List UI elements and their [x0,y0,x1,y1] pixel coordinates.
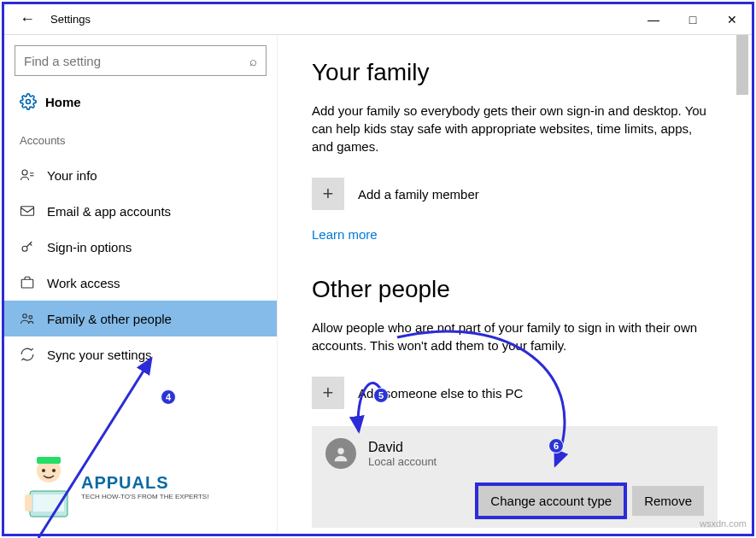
sidebar-item-family[interactable]: Family & other people [4,301,277,336]
sync-icon [20,347,35,362]
svg-rect-10 [33,494,64,512]
svg-point-1 [22,170,27,175]
search-icon: ⌕ [249,54,257,68]
home-link[interactable]: Home [4,88,277,122]
key-icon [20,239,35,254]
change-account-type-button[interactable]: Change account type [478,486,624,516]
watermark: wsxdn.com [700,518,747,529]
add-family-row[interactable]: + Add a family member [312,178,718,210]
other-heading: Other people [312,276,718,303]
avatar-icon [325,438,356,469]
sidebar-item-your-info[interactable]: Your info [4,157,277,193]
svg-point-3 [22,246,27,251]
remove-button[interactable]: Remove [632,486,704,516]
svg-point-0 [26,100,31,104]
search-box[interactable]: ⌕ [15,45,267,76]
user-row[interactable]: David Local account Change account type … [312,426,718,528]
svg-rect-4 [21,279,33,288]
sidebar-item-work[interactable]: Work access [4,265,277,301]
plus-icon[interactable]: + [312,377,344,409]
annotation-badge-5: 5 [373,388,389,403]
annotation-badge-4: 4 [161,389,176,405]
sidebar-item-sync[interactable]: Sync your settings [4,336,277,372]
gear-icon [20,93,37,110]
svg-point-6 [29,316,32,319]
family-description: Add your family so everybody gets their … [312,102,713,155]
window-title: Settings [50,13,91,26]
sidebar-item-label: Email & app accounts [47,204,171,219]
family-heading: Your family [312,59,718,86]
sidebar-item-label: Sign-in options [47,240,132,254]
brand-name: APPUALS [81,473,208,493]
learn-more-link[interactable]: Learn more [312,227,378,242]
svg-rect-2 [21,207,34,216]
user-name: David [368,440,437,455]
svg-rect-15 [25,494,32,512]
user-account-type: Local account [368,455,437,468]
sidebar-item-label: Your info [47,168,97,183]
svg-point-5 [23,314,27,319]
mascot-icon [21,450,76,523]
annotation-badge-6: 6 [548,438,564,453]
svg-rect-12 [37,457,61,464]
sidebar-item-email[interactable]: Email & app accounts [4,193,277,229]
briefcase-icon [20,275,35,290]
sidebar-item-label: Family & other people [47,312,172,326]
back-icon[interactable]: ← [20,10,35,28]
brand-tagline: TECH HOW-TO'S FROM THE EXPERTS! [81,493,208,500]
add-family-label: Add a family member [358,187,479,202]
svg-point-13 [42,469,45,472]
svg-point-7 [337,448,343,454]
sidebar-item-signin[interactable]: Sign-in options [4,229,277,265]
sidebar-item-label: Sync your settings [47,348,152,362]
minimize-button[interactable]: — [634,4,673,35]
main-content: Your family Add your family so everybody… [278,35,752,534]
category-label: Accounts [4,122,277,157]
plus-icon[interactable]: + [312,178,344,210]
person-icon [20,167,35,183]
home-label: Home [45,95,81,109]
search-input[interactable] [24,54,234,68]
close-button[interactable]: ✕ [712,4,752,35]
mail-icon [20,203,35,219]
other-description: Allow people who are not part of your fa… [312,319,713,354]
sidebar-item-label: Work access [47,276,120,290]
appuals-branding: APPUALS TECH HOW-TO'S FROM THE EXPERTS! [21,450,208,523]
maximize-button[interactable]: □ [673,4,712,35]
people-icon [20,311,35,326]
scrollbar[interactable] [736,35,748,95]
titlebar: ← Settings — □ ✕ [4,4,752,35]
svg-point-14 [52,469,56,472]
